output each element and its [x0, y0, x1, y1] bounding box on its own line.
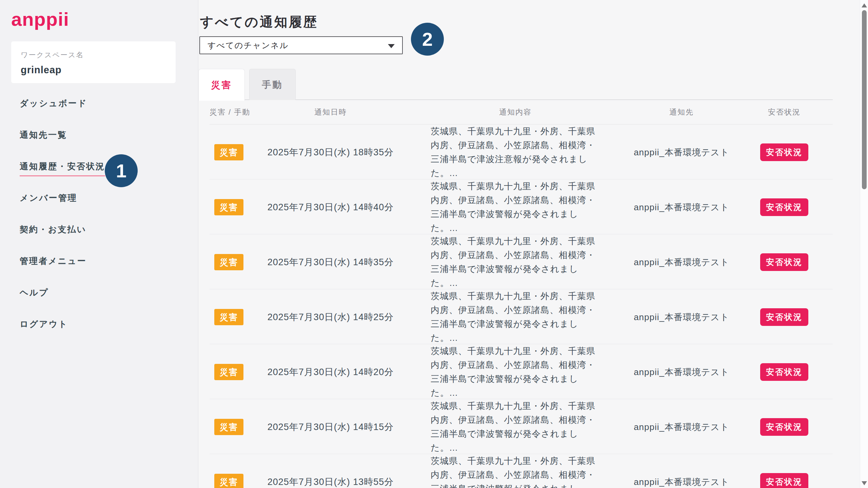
notification-content: 茨城県、千葉県九十九里・外房、千葉県内房、伊豆諸島、小笠原諸島、相模湾・三浦半島…: [431, 234, 600, 290]
notification-table: 災害 / 手動 通知日時 通知内容 通知先 安否状況 災害 2025年7月30日…: [210, 100, 833, 488]
notification-content: 茨城県、千葉県九十九里・外房、千葉県内房、伊豆諸島、小笠原諸島、相模湾・三浦半島…: [431, 289, 600, 345]
tab-disaster[interactable]: 災害: [198, 69, 245, 101]
scrollbar-thumb[interactable]: [862, 10, 867, 189]
safety-status-button[interactable]: 安否状況: [760, 143, 808, 161]
safety-status-button[interactable]: 安否状況: [760, 198, 808, 216]
table-row: 災害 2025年7月30日(水) 14時35分 茨城県、千葉県九十九里・外房、千…: [210, 234, 833, 289]
table-row: 災害 2025年7月30日(水) 14時15分 茨城県、千葉県九十九里・外房、千…: [210, 399, 833, 454]
notification-datetime: 2025年7月30日(水) 14時15分: [258, 421, 403, 433]
notification-content: 茨城県、千葉県九十九里・外房、千葉県内房、伊豆諸島、小笠原諸島、相模湾・三浦半島…: [431, 344, 600, 400]
anppii-logo: anppii: [11, 8, 69, 30]
app-window: anppii ワークスペース名 grinleap ダッシュボード 通知先一覧 通…: [0, 0, 868, 488]
channel-filter-select[interactable]: すべてのチャンネル: [199, 36, 403, 54]
table-row: 災害 2025年7月30日(水) 13時55分 茨城県、千葉県九十九里・外房、千…: [210, 454, 833, 488]
table-row: 災害 2025年7月30日(水) 14時40分 茨城県、千葉県九十九里・外房、千…: [210, 179, 833, 234]
disaster-type-badge: 災害: [214, 199, 243, 215]
safety-status-button[interactable]: 安否状況: [760, 363, 808, 381]
header-safety-status: 安否状況: [736, 107, 833, 117]
notification-content: 茨城県、千葉県九十九里・外房、千葉県内房、伊豆諸島、小笠原諸島、相模湾・三浦半島…: [431, 454, 600, 488]
notification-content: 茨城県、千葉県九十九里・外房、千葉県内房、伊豆諸島、小笠原諸島、相模湾・三浦半島…: [431, 179, 600, 235]
notification-datetime: 2025年7月30日(水) 14時35分: [258, 256, 403, 268]
header-content: 通知内容: [403, 107, 627, 117]
header-datetime: 通知日時: [258, 107, 403, 117]
workspace-card: ワークスペース名 grinleap: [11, 41, 176, 83]
annotation-badge-1: 1: [105, 154, 138, 187]
chevron-down-icon: [388, 44, 395, 48]
safety-status-button[interactable]: 安否状況: [760, 308, 808, 326]
channel-filter-value: すべてのチャンネル: [208, 40, 289, 51]
notification-content: 茨城県、千葉県九十九里・外房、千葉県内房、伊豆諸島、小笠原諸島、相模湾・三浦半島…: [431, 399, 600, 455]
notification-channel: anppii_本番環境テスト: [627, 201, 736, 213]
notification-channel: anppii_本番環境テスト: [627, 476, 736, 488]
annotation-badge-2: 2: [411, 23, 444, 56]
notification-channel: anppii_本番環境テスト: [627, 421, 736, 433]
notification-datetime: 2025年7月30日(水) 13時55分: [258, 476, 403, 488]
sidebar-item-0[interactable]: ダッシュボード: [20, 98, 87, 109]
notification-datetime: 2025年7月30日(水) 14時25分: [258, 311, 403, 323]
sidebar-item-2[interactable]: 通知履歴・安否状況: [20, 161, 105, 176]
disaster-type-badge: 災害: [214, 474, 243, 488]
table-row: 災害 2025年7月30日(水) 14時25分 茨城県、千葉県九十九里・外房、千…: [210, 289, 833, 344]
notification-datetime: 2025年7月30日(水) 18時35分: [258, 146, 403, 158]
table-row: 災害 2025年7月30日(水) 18時35分 茨城県、千葉県九十九里・外房、千…: [210, 124, 833, 179]
tab-manual[interactable]: 手動: [249, 69, 296, 100]
sidebar-item-5[interactable]: 管理者メニュー: [20, 255, 87, 267]
header-type: 災害 / 手動: [210, 107, 258, 117]
safety-status-button[interactable]: 安否状況: [760, 253, 808, 271]
sidebar: anppii ワークスペース名 grinleap ダッシュボード 通知先一覧 通…: [0, 0, 198, 488]
scroll-up-arrow-icon[interactable]: [862, 3, 867, 7]
notification-content: 茨城県、千葉県九十九里・外房、千葉県内房、伊豆諸島、小笠原諸島、相模湾・三浦半島…: [431, 124, 600, 180]
disaster-type-badge: 災害: [214, 144, 243, 160]
notification-channel: anppii_本番環境テスト: [627, 311, 736, 323]
notification-datetime: 2025年7月30日(水) 14時20分: [258, 366, 403, 378]
safety-status-button[interactable]: 安否状況: [760, 473, 808, 488]
workspace-name: grinleap: [21, 64, 166, 76]
workspace-label: ワークスペース名: [21, 50, 166, 60]
scroll-down-arrow-icon[interactable]: [862, 481, 867, 485]
notification-channel: anppii_本番環境テスト: [627, 366, 736, 378]
vertical-scrollbar[interactable]: [860, 0, 868, 488]
sidebar-item-3[interactable]: メンバー管理: [20, 192, 77, 203]
table-body: 災害 2025年7月30日(水) 18時35分 茨城県、千葉県九十九里・外房、千…: [210, 124, 833, 488]
disaster-type-badge: 災害: [214, 364, 243, 380]
disaster-type-badge: 災害: [214, 419, 243, 435]
notification-channel: anppii_本番環境テスト: [627, 147, 736, 158]
notification-datetime: 2025年7月30日(水) 14時40分: [258, 201, 403, 213]
header-channel: 通知先: [627, 107, 736, 117]
table-row: 災害 2025年7月30日(水) 14時20分 茨城県、千葉県九十九里・外房、千…: [210, 344, 833, 399]
sidebar-item-7[interactable]: ログアウト: [20, 318, 68, 330]
table-header-row: 災害 / 手動 通知日時 通知内容 通知先 安否状況: [210, 100, 833, 124]
sidebar-item-1[interactable]: 通知先一覧: [20, 129, 67, 140]
safety-status-button[interactable]: 安否状況: [760, 418, 808, 436]
tab-bar: 災害 手動: [198, 69, 833, 100]
page-title: すべての通知履歴: [200, 13, 318, 31]
notification-channel: anppii_本番環境テスト: [627, 256, 736, 268]
sidebar-menu: ダッシュボード 通知先一覧 通知履歴・安否状況 メンバー管理 契約・お支払い 管…: [20, 98, 105, 350]
sidebar-item-6[interactable]: ヘルプ: [20, 287, 49, 298]
disaster-type-badge: 災害: [214, 254, 243, 270]
disaster-type-badge: 災害: [214, 309, 243, 325]
sidebar-item-4[interactable]: 契約・お支払い: [20, 224, 86, 235]
